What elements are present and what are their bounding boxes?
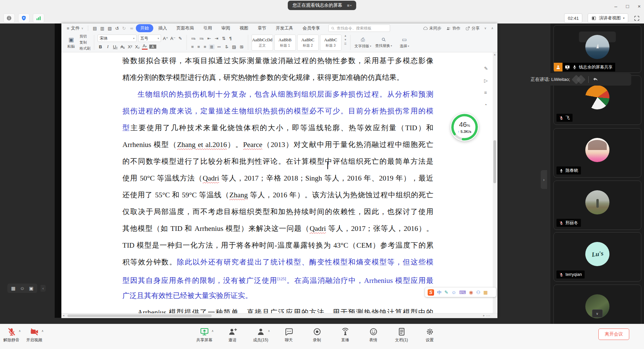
toolbar-mic-muted-button[interactable]: 解除静音∧ (3, 327, 19, 343)
chevron-up-icon[interactable]: ∧ (41, 329, 44, 333)
shading-icon[interactable]: ▨▾ (231, 44, 237, 49)
undo-icon[interactable]: ↺▾ (113, 26, 120, 31)
ime-mic-icon[interactable]: ◉ (469, 290, 473, 295)
copy-button[interactable]: 复制 (79, 40, 91, 45)
ribbon-tab-章节[interactable]: 章节 (253, 24, 271, 32)
toolbar-settings-button[interactable]: 设置 (422, 327, 438, 343)
share-button[interactable]: 分享 (465, 26, 480, 31)
info-icon[interactable] (3, 13, 15, 23)
redo-icon[interactable]: ↻ (120, 26, 127, 31)
decrease-font-icon[interactable]: A⁻ (170, 36, 176, 41)
chinese-mode-icon[interactable]: 中 (437, 290, 441, 295)
sort-icon[interactable]: ⇅ (221, 36, 227, 41)
format-X₂-button[interactable]: X₂ (135, 44, 140, 49)
view-mode-selector[interactable]: 演讲者视图 ▾ (588, 13, 628, 23)
format-X²-button[interactable]: X² (127, 44, 133, 49)
paste-button[interactable]: ▣ 粘贴▾ (65, 34, 77, 51)
minimize-button[interactable]: – (614, 3, 617, 9)
document-canvas[interactable]: ✎ ▷ ≡ ◔ ▲ 验数据拟合获得，本项目拟通过实际测量微波消融过程的热物性参数… (61, 52, 497, 313)
print-preview-icon[interactable]: ▧ (106, 26, 113, 31)
maximize-button[interactable]: □ (626, 3, 629, 9)
participant-tile[interactable] (553, 285, 641, 324)
status-more-icon[interactable]: ⋯ (486, 313, 490, 318)
toolbar-emoji-button[interactable]: 表情 (365, 327, 381, 343)
styles-more-icon[interactable]: ☰ (344, 42, 347, 45)
format-color-button[interactable]: A▾ (142, 44, 148, 50)
chevron-up-icon[interactable]: ∧ (18, 329, 21, 333)
participant-tile[interactable]: 邢丽冬 (553, 181, 641, 230)
find-replace-tool[interactable]: 查找替换▾ (375, 34, 393, 51)
reply-arrow-icon[interactable] (592, 76, 599, 83)
format-italic-button[interactable]: I (105, 44, 111, 49)
participant-tile[interactable]: ∧钱志余的屏幕共享 (553, 25, 641, 73)
ribbon-options-icon[interactable]: ∨ (484, 27, 487, 30)
dock-collapse-icon[interactable]: ‹ (41, 285, 46, 292)
ime-person-icon[interactable]: ⚇ (476, 290, 480, 295)
show-marks-icon[interactable]: ¶▾ (228, 36, 233, 41)
edit-pen-icon[interactable]: ✎ (484, 66, 488, 71)
ime-pen-icon[interactable]: ✎ (444, 290, 448, 295)
format-underline-button[interactable]: U▾ (112, 44, 118, 49)
ribbon-tab-审阅[interactable]: 审阅 (217, 24, 234, 32)
toolbar-docs-button[interactable]: 文档(1) (393, 327, 410, 343)
ribbon-collapse-icon[interactable]: ∧ (491, 27, 493, 30)
collaborate-button[interactable]: 协作 (446, 26, 461, 31)
scroll-participants-down-button[interactable]: ∨ (592, 309, 603, 317)
toolbar-live-button[interactable]: 直播 (337, 327, 353, 343)
style-正文[interactable]: AaBbCcDd正文 (252, 35, 273, 51)
leave-meeting-button[interactable]: 离开会议 (598, 329, 629, 340)
borders-icon[interactable]: ⊞▾ (239, 44, 245, 49)
ribbon-tab-页面布局[interactable]: 页面布局 (172, 24, 198, 32)
clear-format-icon[interactable]: ✎ (177, 36, 183, 41)
ribbon-tab-插入[interactable]: 插入 (154, 24, 171, 32)
ribbon-tab-开发工具[interactable]: 开发工具 (271, 24, 298, 32)
fullscreen-button[interactable] (634, 15, 640, 21)
vertical-scrollbar[interactable]: ▲ (493, 52, 497, 313)
increase-font-icon[interactable]: A⁺ (163, 36, 168, 41)
styles-down-icon[interactable]: ▼ (344, 38, 347, 41)
styles-up-icon[interactable]: ▲ (344, 34, 347, 37)
font-size-select[interactable]: 五号▾ (138, 35, 161, 42)
sogou-logo-icon[interactable]: S (428, 289, 434, 296)
print-icon[interactable]: ▥ (99, 26, 106, 31)
style-标题 3[interactable]: AaBbC标题 3 (320, 35, 341, 51)
save-icon[interactable]: ▤ (91, 26, 98, 31)
close-button[interactable]: × (638, 3, 641, 9)
outline-icon[interactable]: ≡ (484, 90, 488, 95)
command-search-input[interactable]: 查找命令、搜索模板 (328, 24, 390, 32)
style-标题 1[interactable]: AaBbB标题 1 (274, 35, 296, 51)
cut-button[interactable]: 剪切 (79, 34, 91, 39)
more-tools-icon[interactable]: ≂ (128, 26, 135, 31)
scroll-up-icon[interactable]: ▲ (493, 53, 497, 56)
participant-tile[interactable]: Lu'sterryqian (553, 232, 641, 282)
scroll-right-icon[interactable]: ▸ (483, 314, 485, 317)
vertical-scroll-thumb[interactable] (493, 140, 496, 183)
sync-status-button[interactable]: 未同步 (423, 26, 441, 31)
toolbar-camera-muted-button[interactable]: 开启视频∧ (26, 327, 42, 343)
distribute-icon[interactable]: ⇿ (216, 44, 222, 49)
shield-icon[interactable] (18, 13, 30, 23)
format-painter-button[interactable]: 格式刷 (79, 46, 91, 51)
indent-icon[interactable]: ⇥ (214, 36, 219, 41)
bullet-list-icon[interactable]: ≔▾ (190, 36, 197, 41)
typeset-tool[interactable]: ⎙ 文字排版▾ (354, 34, 372, 51)
chevron-up-icon[interactable]: ∧ (268, 329, 270, 333)
chevron-up-icon[interactable]: ∧ (211, 329, 214, 333)
file-menu[interactable]: ≡ 文件 ∨ (65, 25, 85, 31)
comment-icon[interactable]: ◔ (484, 102, 488, 107)
toolbar-record-button[interactable]: 录制 (309, 327, 325, 343)
scroll-left-icon[interactable]: ◂ (63, 314, 64, 317)
ime-keyboard-icon[interactable]: ⌨ (459, 290, 466, 295)
network-signal-icon[interactable] (33, 13, 44, 23)
toolbar-members-button[interactable]: 成员(15)∧ (253, 327, 269, 343)
format-shade-button[interactable]: A (149, 45, 156, 49)
sidebar-collapse-tab[interactable]: › (541, 170, 547, 189)
ribbon-tab-引用[interactable]: 引用 (199, 24, 216, 32)
style-标题 2[interactable]: AaBbC标题 2 (297, 35, 319, 51)
numbered-list-icon[interactable]: ≕▾ (198, 36, 205, 41)
format-strike-button[interactable]: A▾ (120, 44, 125, 49)
toolbar-screen-share-button[interactable]: 共享屏幕∧ (196, 327, 212, 343)
participant-tile[interactable]: 陈春晓 (553, 128, 641, 178)
align-center-icon[interactable]: ≡ (197, 44, 201, 49)
line-spacing-icon[interactable]: ⇕▾ (224, 44, 229, 49)
